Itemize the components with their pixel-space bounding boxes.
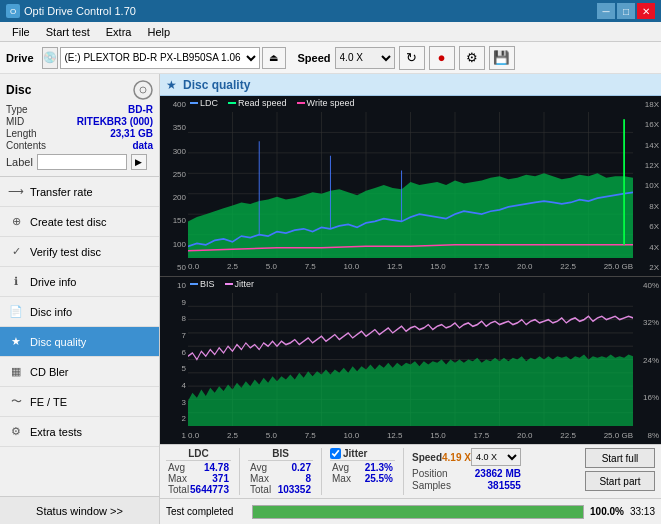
disc-type-label: Type	[6, 104, 28, 115]
menu-extra[interactable]: Extra	[98, 24, 140, 40]
nav-verify-test-disc-label: Verify test disc	[30, 246, 101, 258]
bis-avg-value: 0.27	[292, 462, 311, 473]
nav-drive-info[interactable]: ℹ Drive info	[0, 267, 159, 297]
disc-title: Disc	[6, 83, 31, 97]
bis-avg-label: Avg	[250, 462, 267, 473]
disc-length-label: Length	[6, 128, 37, 139]
start-full-button[interactable]: Start full	[585, 448, 655, 468]
disc-panel-icon	[133, 80, 153, 100]
disc-quality-icon: ★	[8, 334, 24, 350]
speed-select-dropdown[interactable]: 4.0 X	[471, 448, 521, 466]
disc-label-input[interactable]	[37, 154, 127, 170]
menu-help[interactable]: Help	[139, 24, 178, 40]
stats-speed-block: Speed 4.19 X 4.0 X Position 23862 MB Sam…	[412, 448, 521, 491]
sidebar: Disc Type BD-R MID RITEKBR3 (000) Length…	[0, 74, 160, 524]
bis-total-value: 103352	[278, 484, 311, 495]
jitter-avg-value: 21.3%	[365, 462, 393, 473]
save-button[interactable]: 💾	[489, 46, 515, 70]
write-speed-color	[297, 102, 305, 104]
jitter-color	[225, 283, 233, 285]
chart2-y-axis-left: 10 9 8 7 6 5 4 3 2 1	[160, 277, 188, 444]
nav-create-test-disc[interactable]: ⊕ Create test disc	[0, 207, 159, 237]
menu-start-test[interactable]: Start test	[38, 24, 98, 40]
stats-ldc-block: LDC Avg 14.78 Max 371 Total 5644773	[166, 448, 231, 495]
toolbar: Drive 💿 (E:) PLEXTOR BD-R PX-LB950SA 1.0…	[0, 42, 661, 74]
disc-label-button[interactable]: ▶	[131, 154, 147, 170]
stats-ldc-avg-row: Avg 14.78	[166, 462, 231, 473]
disc-quality-header: ★ Disc quality	[160, 74, 661, 96]
nav-disc-info[interactable]: 📄 Disc info	[0, 297, 159, 327]
title-bar-controls[interactable]: ─ □ ✕	[597, 3, 655, 19]
start-part-button[interactable]: Start part	[585, 471, 655, 491]
chart1-x-axis: 0.0 2.5 5.0 7.5 10.0 12.5 15.0 17.5 20.0…	[188, 258, 633, 276]
speed-header: Speed	[412, 452, 442, 463]
stats-bis-total-row: Total 103352	[248, 484, 313, 495]
action-buttons: Start full Start part	[585, 448, 655, 491]
ldc-total-value: 5644773	[190, 484, 229, 495]
progress-bar-fill	[253, 506, 583, 518]
refresh-button[interactable]: ↻	[399, 46, 425, 70]
nav-cd-bler-label: CD Bler	[30, 366, 69, 378]
drive-label: Drive	[6, 52, 34, 64]
verify-test-disc-icon: ✓	[8, 244, 24, 260]
nav-verify-test-disc[interactable]: ✓ Verify test disc	[0, 237, 159, 267]
fe-te-icon: 〜	[8, 394, 24, 410]
stats-ldc-max-row: Max 371	[166, 473, 231, 484]
status-window-label: Status window >>	[36, 505, 123, 517]
jitter-avg-label: Avg	[332, 462, 349, 473]
close-button[interactable]: ✕	[637, 3, 655, 19]
disc-mid-value: RITEKBR3 (000)	[77, 116, 153, 127]
jitter-checkbox[interactable]	[330, 448, 341, 459]
menu-bar: File Start test Extra Help	[0, 22, 661, 42]
menu-file[interactable]: File	[4, 24, 38, 40]
speed-row: Speed 4.19 X 4.0 X	[412, 448, 521, 466]
minimize-button[interactable]: ─	[597, 3, 615, 19]
stats-jitter-avg-row: Avg 21.3%	[330, 462, 395, 473]
nav-items: ⟶ Transfer rate ⊕ Create test disc ✓ Ver…	[0, 177, 159, 496]
disc-contents-value: data	[132, 140, 153, 151]
nav-fe-te[interactable]: 〜 FE / TE	[0, 387, 159, 417]
stats-ldc-total-row: Total 5644773	[166, 484, 231, 495]
jitter-max-label: Max	[332, 473, 351, 484]
position-label: Position	[412, 468, 448, 479]
bis-total-label: Total	[250, 484, 271, 495]
progress-bar	[252, 505, 584, 519]
title-bar: O Opti Drive Control 1.70 ─ □ ✕	[0, 0, 661, 22]
nav-transfer-rate[interactable]: ⟶ Transfer rate	[0, 177, 159, 207]
disc-header: Disc	[6, 80, 153, 100]
cd-bler-icon: ▦	[8, 364, 24, 380]
chart1-legend: LDC Read speed Write speed	[190, 98, 354, 108]
jitter-header-label: Jitter	[343, 448, 367, 459]
stats-sep3	[403, 448, 404, 495]
nav-disc-quality[interactable]: ★ Disc quality	[0, 327, 159, 357]
bottom-bar: Test completed 100.0% 33:13	[160, 498, 661, 524]
speed-value: 4.19 X	[442, 452, 471, 463]
disc-length-value: 23,31 GB	[110, 128, 153, 139]
disc-button[interactable]: ●	[429, 46, 455, 70]
disc-label-label: Label	[6, 156, 33, 168]
nav-extra-tests[interactable]: ⚙ Extra tests	[0, 417, 159, 447]
speed-select[interactable]: 4.0 X	[335, 47, 395, 69]
ldc-avg-label: Avg	[168, 462, 185, 473]
drive-select[interactable]: (E:) PLEXTOR BD-R PX-LB950SA 1.06	[60, 47, 260, 69]
stats-panel: LDC Avg 14.78 Max 371 Total 5644773 BIS	[160, 444, 661, 498]
speed-label: Speed	[298, 52, 331, 64]
jitter-max-value: 25.5%	[365, 473, 393, 484]
disc-label-row: Label ▶	[6, 154, 153, 170]
stats-sep2	[321, 448, 322, 495]
samples-value: 381555	[488, 480, 521, 491]
extra-tests-icon: ⚙	[8, 424, 24, 440]
svg-point-1	[140, 87, 146, 93]
nav-cd-bler[interactable]: ▦ CD Bler	[0, 357, 159, 387]
disc-contents-label: Contents	[6, 140, 46, 151]
stats-bis-avg-row: Avg 0.27	[248, 462, 313, 473]
svg-point-0	[134, 81, 152, 99]
eject-button[interactable]: ⏏	[262, 47, 286, 69]
nav-extra-tests-label: Extra tests	[30, 426, 82, 438]
maximize-button[interactable]: □	[617, 3, 635, 19]
status-window-button[interactable]: Status window >>	[0, 496, 159, 524]
settings-button[interactable]: ⚙	[459, 46, 485, 70]
disc-type-value: BD-R	[128, 104, 153, 115]
nav-create-test-disc-label: Create test disc	[30, 216, 106, 228]
main-area: Disc Type BD-R MID RITEKBR3 (000) Length…	[0, 74, 661, 524]
